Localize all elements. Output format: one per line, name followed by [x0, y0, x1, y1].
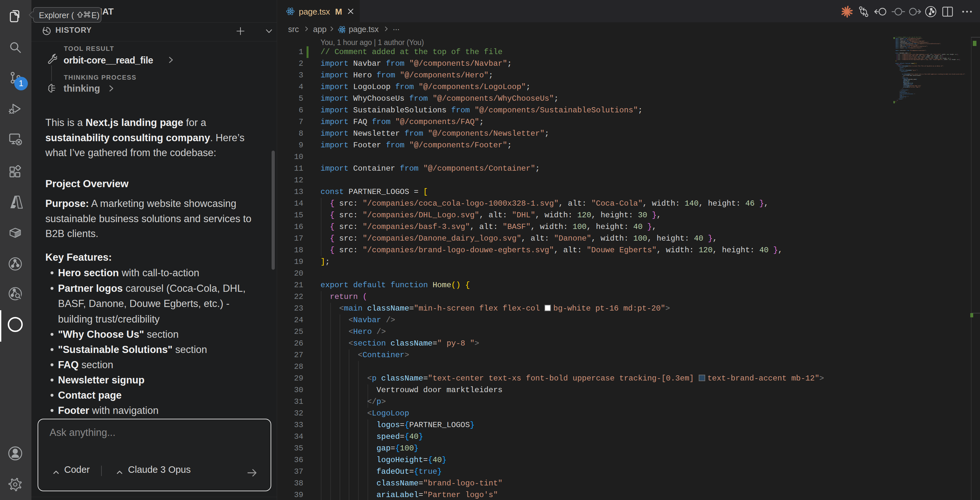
svg-text:1: 1 [19, 79, 23, 88]
